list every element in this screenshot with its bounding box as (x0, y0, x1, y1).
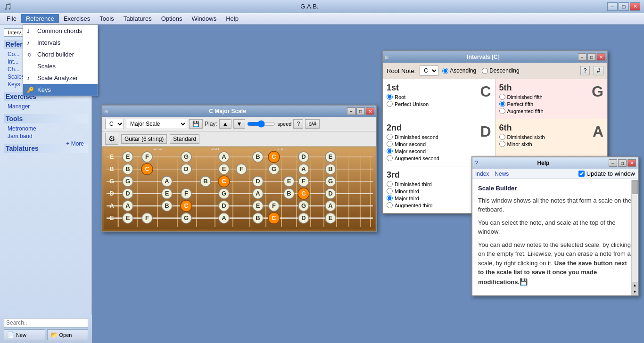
sidebar-link-jam-band[interactable]: Jam band (4, 132, 88, 140)
menu-windows[interactable]: Windows (187, 14, 221, 23)
svg-text:D: D (109, 190, 114, 197)
svg-text:G: G (272, 165, 276, 172)
interval-2nd-maj[interactable]: Major second (387, 148, 491, 154)
search-area: 📄 New 📂 Open (0, 315, 92, 343)
dropdown-scale-analyzer[interactable]: ♪ Scale Analyzer (23, 72, 98, 84)
search-input[interactable] (4, 318, 88, 327)
scale-settings-button[interactable]: ⚙ (105, 133, 118, 145)
help-index-link[interactable]: Index (475, 171, 489, 177)
help-close[interactable]: ✕ (627, 159, 636, 167)
help-para-1: This window shows all the notes that for… (478, 196, 632, 214)
interval-2nd-dim[interactable]: Diminished second (387, 134, 491, 140)
intervals-sharp-btn[interactable]: # (594, 66, 603, 75)
scale-type-select[interactable]: Major Scale (126, 119, 187, 129)
ascending-radio-label[interactable]: Ascending (442, 67, 476, 74)
menu-help[interactable]: Help (221, 14, 243, 23)
menu-exercises[interactable]: Exercises (59, 14, 95, 23)
new-button[interactable]: 📄 New (4, 329, 45, 340)
scale-maximize[interactable]: □ (356, 107, 365, 115)
menu-options[interactable]: Options (157, 14, 187, 23)
scale-flat-sharp-button[interactable]: b/# (305, 119, 320, 129)
help-titlebar: ? Help − □ ✕ (472, 157, 638, 169)
dropdown-scales[interactable]: Scales (23, 60, 98, 72)
play-down-button[interactable]: ▼ (233, 119, 246, 129)
interval-1st-root[interactable]: Root (387, 94, 491, 100)
tools-section-header: Tools (4, 114, 88, 123)
tools-more[interactable]: + More (62, 140, 88, 147)
help-window-icon: ? (474, 159, 478, 167)
help-scrollbar[interactable]: ▲ ▼ (631, 180, 638, 295)
scale-minimize[interactable]: − (347, 107, 355, 115)
svg-text:E: E (126, 214, 130, 221)
open-button[interactable]: 📂 Open (47, 329, 89, 340)
save-scale-button[interactable]: 💾 (189, 119, 203, 129)
minimize-button[interactable]: − (607, 2, 618, 11)
svg-text:A: A (301, 165, 306, 172)
dropdown-common-chords[interactable]: ♩ Common chords (23, 25, 98, 37)
sidebar-link-metronome[interactable]: Metronome (4, 125, 88, 132)
scale-analyzer-icon: ♪ (27, 75, 30, 82)
svg-text:B: B (109, 165, 114, 172)
scale-help-button[interactable]: ? (293, 119, 303, 129)
guitar-type-button[interactable]: Guitar (6 string) (121, 134, 167, 144)
svg-text:A: A (222, 214, 226, 221)
interval-5th-dim[interactable]: Diminished fifth (499, 94, 604, 100)
svg-text:B: B (328, 165, 332, 172)
menu-tools[interactable]: Tools (95, 14, 118, 23)
help-minimize[interactable]: − (609, 159, 617, 167)
scroll-thumb[interactable] (632, 180, 638, 194)
menu-reference[interactable]: Reference (21, 14, 59, 23)
svg-text:B: B (256, 214, 260, 221)
intervals-root-select[interactable]: CDEF GAB (420, 65, 438, 76)
interval-5th-aug[interactable]: Augmented fifth (499, 108, 604, 114)
scroll-down-btn[interactable]: ▼ (632, 289, 638, 295)
interval-2nd-min[interactable]: Minor second (387, 141, 491, 147)
svg-text:B: B (203, 178, 207, 185)
tuning-button[interactable]: Standard (170, 134, 199, 144)
svg-text:B: B (287, 190, 291, 197)
dropdown-keys[interactable]: 🔑 Keys (23, 84, 98, 96)
help-news-link[interactable]: News (495, 171, 509, 177)
svg-text:A: A (222, 153, 226, 160)
update-checkbox[interactable] (578, 171, 585, 177)
update-checkbox-label[interactable]: Update to window (578, 170, 635, 177)
intervals-title: Intervals [C] (388, 54, 578, 60)
intervals-minimize[interactable]: − (578, 53, 586, 61)
scale-close[interactable]: ✕ (366, 107, 374, 115)
interval-1st: 1st C Root Perfect Unison (383, 79, 495, 119)
descending-radio-label[interactable]: Descending (482, 67, 519, 74)
help-maximize[interactable]: □ (618, 159, 627, 167)
interval-5th: 5th G Diminished fifth Perfect fifth Aug… (495, 79, 608, 119)
dropdown-chord-builder[interactable]: ♫ Chord builder (23, 49, 98, 60)
play-label: Play: (205, 121, 217, 127)
svg-text:C: C (272, 214, 276, 221)
root-note-select[interactable]: CDEF GAB (105, 119, 124, 129)
window-controls: − □ ✕ (607, 2, 640, 11)
interval-6th-dim[interactable]: Diminished sixth (499, 134, 604, 140)
interval-1st-unison[interactable]: Perfect Unison (387, 101, 491, 107)
intervals-help-btn[interactable]: ? (580, 66, 590, 75)
dropdown-intervals[interactable]: ♪ Intervals (23, 37, 98, 49)
direction-group: Ascending Descending (442, 67, 519, 74)
descending-radio[interactable] (482, 68, 488, 74)
scale-window-icon: ⊞ (104, 109, 108, 114)
close-button[interactable]: ✕ (630, 2, 640, 11)
maximize-button[interactable]: □ (619, 2, 629, 11)
speed-slider[interactable] (247, 120, 275, 128)
help-para-3: You can add new notes to the selected sc… (478, 240, 632, 287)
sidebar-link-manager[interactable]: Manager (4, 103, 88, 110)
menu-file[interactable]: File (2, 14, 21, 23)
interval-2nd-note: D (480, 123, 491, 140)
interval-6th-min[interactable]: Minor sixth (499, 141, 604, 147)
menu-tablatures[interactable]: Tablatures (119, 14, 157, 23)
scroll-up-btn[interactable]: ▲ (632, 282, 638, 289)
intervals-maximize[interactable]: □ (587, 53, 596, 61)
svg-text:B: B (256, 153, 260, 160)
scale-window: ⊞ C Major Scale − □ ✕ CDEF GAB Major Sca… (101, 105, 377, 232)
ascending-radio[interactable] (442, 68, 448, 74)
svg-text:D: D (301, 153, 305, 160)
intervals-close[interactable]: ✕ (597, 53, 605, 61)
svg-text:F: F (184, 190, 188, 197)
interval-5th-perf[interactable]: Perfect fifth (499, 101, 604, 107)
play-up-button[interactable]: ▲ (219, 119, 231, 129)
